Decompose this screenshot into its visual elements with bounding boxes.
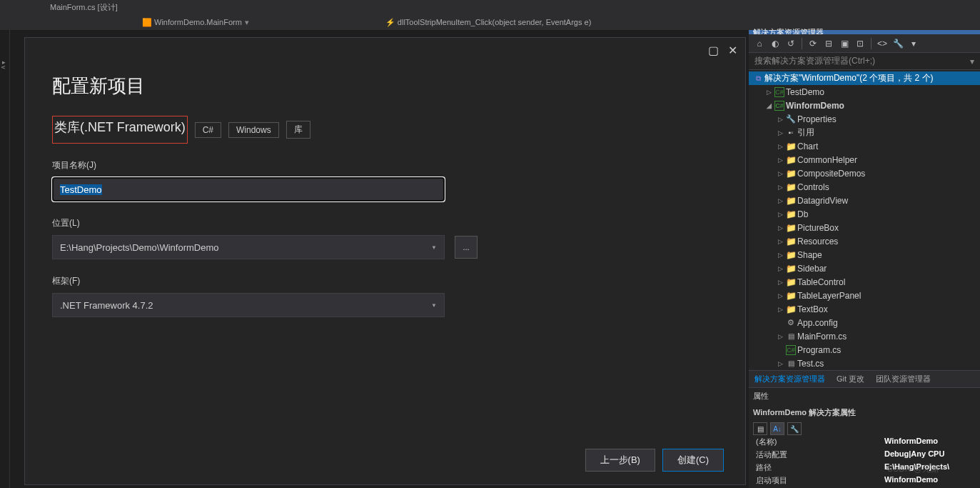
tree-node-tablelayerpanel[interactable]: ▷📁TableLayerPanel [749,289,980,302]
tree-node-resources[interactable]: ▷📁Resources [749,234,980,248]
search-dropdown-icon[interactable]: ▾ [970,56,974,66]
property-row[interactable]: 启动项目WinformDemo [749,475,980,488]
location-label: 位置(L) [52,217,718,229]
tree-label: DatagridView [797,196,848,206]
property-key: 活动配置 [749,449,884,462]
tab-label: WinformDemo.MainForm [154,18,242,26]
chevron-down-icon: ▼ [431,302,437,309]
tree-label: PictureBox [797,223,839,233]
tree-node-db[interactable]: ▷📁Db [749,207,980,221]
project-name-input[interactable] [52,177,445,201]
browse-button[interactable]: ... [455,236,478,259]
expand-icon[interactable]: ▷ [776,224,784,231]
property-key: 路径 [749,462,884,475]
solution-search[interactable]: 搜索解决方案资源管理器(Ctrl+;) ▾ [749,53,980,70]
expand-icon[interactable]: ▷ [776,156,784,164]
context-tab-form[interactable]: 🟧 WinformDemo.MainForm ▾ [143,18,249,27]
dialog-title: 配置新项目 [52,74,718,99]
tab-git-changes[interactable]: Git 更改 [831,371,870,387]
solution-explorer-toolbar: ⌂ ◐ ↺ ⟳ ⊟ ▣ ⊡ <> 🔧 ▾ [749,34,980,53]
property-row[interactable]: 路径E:\Hang\Projects\ [749,462,980,475]
tree-node-引用[interactable]: ▷▪▫引用 [749,126,980,139]
home-icon[interactable]: ⌂ [753,37,766,50]
sort-icon[interactable]: A↓ [770,422,784,435]
template-name: 类库(.NET Framework) [54,120,186,134]
tree-label: Program.cs [797,345,841,355]
expand-icon[interactable]: ▷ [776,184,784,191]
tree-label: Resources [797,236,838,247]
expand-icon[interactable]: ▷ [776,252,784,259]
project-name-label: 项目名称(J) [52,159,718,171]
tree-node-compositedemos[interactable]: ▷📁CompositeDemos [749,166,980,180]
expand-icon[interactable]: ▷ [776,143,784,150]
tree-label: CommonHelper [797,155,857,165]
tree-node-commonhelper[interactable]: ▷📁CommonHelper [749,153,980,166]
tree-node-shape[interactable]: ▷📁Shape [749,248,980,262]
properties-icon[interactable]: ⊡ [854,37,867,50]
tree-node-controls[interactable]: ▷📁Controls [749,180,980,194]
chevron-down-icon: ▼ [431,244,437,251]
tree-node-testdemo[interactable]: ▷C#TestDemo [749,85,980,99]
expand-icon[interactable]: ▷ [776,333,784,340]
filter-icon[interactable]: ▾ [907,37,920,50]
editor-tab-label[interactable]: MainForm.cs [设计] [50,2,118,13]
tree-node-winformdemo[interactable]: ◢C#WinformDemo [749,99,980,112]
property-key: 启动项目 [749,475,884,488]
tree-node-chart[interactable]: ▷📁Chart [749,139,980,153]
tree-node-datagridview[interactable]: ▷📁DatagridView [749,194,980,207]
create-button[interactable]: 创建(C) [662,449,724,472]
tree-node-app.config[interactable]: ⚙App.config [749,316,980,329]
tree-node-test.cs[interactable]: ▷▤Test.cs [749,357,980,370]
expand-icon[interactable]: ▷ [776,129,784,136]
tree-node-mainform.cs[interactable]: ▷▤MainForm.cs [749,329,980,343]
categorize-icon[interactable]: ▤ [753,422,767,435]
expand-icon[interactable]: ▷ [776,306,784,313]
tree-label: MainForm.cs [797,332,847,342]
editor-gutter: ▸v [0,30,10,488]
refresh-icon[interactable]: ⟳ [807,37,819,50]
expand-icon[interactable]: ▷ [776,211,784,218]
preview-icon[interactable]: <> [876,37,889,50]
tree-node-properties[interactable]: ▷🔧Properties [749,112,980,126]
solution-node[interactable]: ⧉ 解决方案"WinformDemo"(2 个项目，共 2 个) [749,71,980,85]
close-icon[interactable]: ✕ [728,44,739,55]
tree-label: TestDemo [786,87,824,97]
expand-icon[interactable]: ▷ [776,116,784,123]
tab-solution-explorer[interactable]: 解决方案资源管理器 [749,371,831,387]
expand-icon[interactable]: ▷ [776,265,784,272]
tag-windows: Windows [228,122,279,138]
back-icon[interactable]: ◐ [769,37,782,50]
props-wrench-icon[interactable]: 🔧 [787,422,802,435]
location-dropdown[interactable]: E:\Hang\Projects\Demo\WinformDemo ▼ [52,235,445,259]
tree-label: Shape [797,250,822,260]
expand-icon[interactable]: ◢ [764,102,773,109]
back-button[interactable]: 上一步(B) [585,449,655,472]
expand-icon[interactable]: ▷ [776,360,784,367]
expand-icon[interactable]: ▷ [776,279,784,286]
tree-node-textbox[interactable]: ▷📁TextBox [749,302,980,316]
expand-icon[interactable]: ▷ [776,292,784,299]
tree-node-sidebar[interactable]: ▷📁Sidebar [749,262,980,275]
tab-label: dllToolStripMenuItem_Click(object sender… [398,18,591,26]
tree-node-tablecontrol[interactable]: ▷📁TableControl [749,275,980,289]
expand-icon[interactable]: ▷ [776,197,784,204]
tree-label: WinformDemo [786,101,844,111]
context-tab-method[interactable]: ⚡ dllToolStripMenuItem_Click(object send… [386,18,591,26]
tree-node-program.cs[interactable]: C#Program.cs [749,343,980,357]
expand-icon[interactable]: ▷ [776,238,784,245]
template-highlight: 类库(.NET Framework) [52,116,188,144]
framework-dropdown[interactable]: .NET Framework 4.7.2 ▼ [52,293,445,317]
expand-icon[interactable]: ▷ [764,89,773,96]
maximize-icon[interactable]: ▢ [708,44,719,55]
tree-label: TableLayerPanel [797,291,861,301]
expand-icon[interactable]: ▷ [776,170,784,177]
show-all-icon[interactable]: ▣ [838,37,851,50]
collapse-icon[interactable]: ⊟ [822,37,835,50]
sync-icon[interactable]: ↺ [784,37,797,50]
property-row[interactable]: 活动配置Debug|Any CPU [749,449,980,462]
wrench-icon[interactable]: 🔧 [891,37,904,50]
tab-team-explorer[interactable]: 团队资源管理器 [870,371,936,387]
tree-node-picturebox[interactable]: ▷📁PictureBox [749,221,980,234]
property-row[interactable]: (名称)WinformDemo [749,437,980,449]
tree-label: Db [797,209,808,219]
